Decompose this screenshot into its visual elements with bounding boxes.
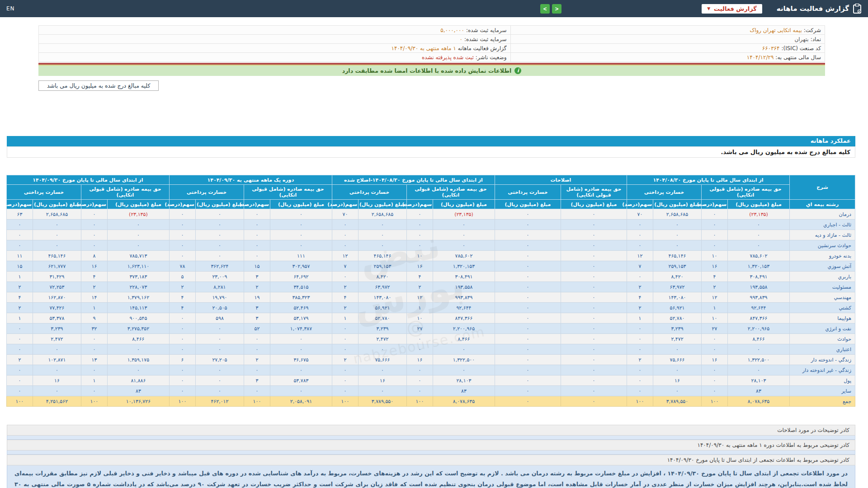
value-cell: ۰ xyxy=(358,230,406,240)
value-cell: ۰ xyxy=(653,240,702,251)
value-cell: ۰ xyxy=(358,240,406,251)
value-cell: ۰ xyxy=(270,365,332,375)
row-label: جمع xyxy=(790,396,855,407)
info-cell: سال مالی منتهی به:۱۴۰۴/۱۲/۲۹ xyxy=(510,53,825,62)
value-cell: ۳ xyxy=(244,303,270,313)
value-cell: ۳ xyxy=(244,375,270,386)
value-cell: ۰ xyxy=(702,230,728,240)
info-label: نماد: xyxy=(811,36,821,42)
value-cell: ۰ xyxy=(81,365,107,375)
value-cell: ۰ xyxy=(195,251,244,261)
value-cell: ۰ xyxy=(332,386,358,396)
value-cell: ۰ xyxy=(169,334,195,344)
section-units-note: کلیه مبالغ درج شده به میلیون ریال می باش… xyxy=(7,146,855,158)
next-report-button[interactable]: > xyxy=(540,4,550,14)
value-cell: ۰ xyxy=(332,220,358,230)
value-cell: ۸۴۷,۳۶۶ xyxy=(433,313,495,324)
value-cell: ۷۷,۴۲۶ xyxy=(33,303,81,313)
row-label: زندگي - غیر اندوخته دار xyxy=(790,365,855,375)
value-cell: ۱۰۲,۸۷۱ xyxy=(33,355,81,365)
value-cell: ۰ xyxy=(270,209,332,220)
performance-table-wrap: نبض بورس @ nabzebourse.com شرحاز ابتدای … xyxy=(7,175,855,407)
value-cell: ۴۶۲,۰۱۲ xyxy=(195,396,244,407)
value-cell: ۰ xyxy=(561,251,627,261)
table-row: زندگي - اندوخته دار۱,۳۲۲,۵۰۰۱۶۷۵,۶۶۶۲۰۰۱… xyxy=(6,355,855,365)
value-cell: ۰ xyxy=(495,292,561,303)
table-row: سایر۸۳۰۰۰۰۰۸۳۰۰۰۰۰۰۰۸۳۰۰۰ xyxy=(6,386,855,396)
value-cell: ۰ xyxy=(195,375,244,386)
value-cell: ۰ xyxy=(702,365,728,375)
value-cell: ۰ xyxy=(561,282,627,292)
info-label: سرمایه ثبت نشده: xyxy=(464,36,507,42)
row-label: آتش سوزي xyxy=(790,261,855,272)
row-label: سایر xyxy=(790,386,855,396)
value-cell: ۱۲ xyxy=(702,292,728,303)
prev-report-button[interactable]: < xyxy=(552,4,561,14)
value-cell: ۱۲ xyxy=(406,292,433,303)
info-label: سال مالی منتهی به: xyxy=(775,54,821,61)
value-cell: ۳۰۲,۹۵۷ xyxy=(270,261,332,272)
column-header: مبلغ (میلیون ریال) xyxy=(728,200,790,209)
value-cell: ۰ xyxy=(6,344,33,355)
info-value: بتهران xyxy=(794,36,808,42)
value-cell: ۴ xyxy=(81,272,107,282)
row-label: پول xyxy=(790,375,855,386)
value-cell: ۰ xyxy=(561,355,627,365)
value-cell: ۲,۴۷۲ xyxy=(33,334,81,344)
value-cell: ۳۴,۵۱۵ xyxy=(270,282,332,292)
value-cell: ۰ xyxy=(6,365,33,375)
value-cell: ۱۹۳,۵۵۸ xyxy=(433,282,495,292)
table-row: هواپیما۸۴۷,۳۶۶۱۰۵۲,۷۸۰۱۰۰۸۴۷,۳۶۶۱۰۵۲,۷۸۰… xyxy=(6,313,855,324)
value-cell: ۴,۲۵۱,۵۶۲ xyxy=(33,396,81,407)
value-cell: ۰ xyxy=(495,355,561,365)
value-cell: ۴۶۵,۱۴۶ xyxy=(358,251,406,261)
value-cell: ۰ xyxy=(406,230,433,240)
value-cell: ۰ xyxy=(169,375,195,386)
value-cell: ۰ xyxy=(406,365,433,375)
column-header: مبلغ (میلیون ریال) xyxy=(653,200,702,209)
info-cell: سرمایه ثبت شده:۵,۰۰۰,۰۰۰ xyxy=(39,26,511,35)
value-cell: ۰ xyxy=(81,220,107,230)
info-row: سال مالی منتهی به:۱۴۰۴/۱۲/۲۹وضعیت ناشر:ث… xyxy=(39,53,825,62)
value-cell: ۸,۴۲۰ xyxy=(358,272,406,282)
value-cell: ۰ xyxy=(169,240,195,251)
value-cell: ۰ xyxy=(653,220,702,230)
value-cell: ۰ xyxy=(728,240,790,251)
units-note-text: کلیه مبالغ درج شده به میلیون ریال می باش… xyxy=(38,80,159,91)
value-cell: ۰ xyxy=(702,220,728,230)
value-cell: ۲ xyxy=(627,282,653,292)
value-cell: ۲,۶۵۸,۶۸۵ xyxy=(33,209,81,220)
column-header: سهم(درصد) xyxy=(244,200,270,209)
value-cell: ۰ xyxy=(244,240,270,251)
value-cell: ۰ xyxy=(495,220,561,230)
value-cell: ۰ xyxy=(561,261,627,272)
value-cell: ۱۰ xyxy=(406,251,433,261)
row-label: باربري xyxy=(790,272,855,282)
table-row: بدنه خودرو۷۸۵,۶۰۲۱۰۴۶۵,۱۴۶۱۲۰۰۷۸۵,۶۰۲۱۰۴… xyxy=(6,251,855,261)
value-cell: ۹۰۰,۵۴۵ xyxy=(107,313,169,324)
table-row: باربري۳۰۸,۴۹۱۴۸,۴۲۰۰۰۰۳۰۸,۴۹۱۴۸,۴۲۰۰۶۴,۶… xyxy=(6,272,855,282)
value-cell: ۰ xyxy=(406,240,433,251)
value-cell: ۳,۲۳۹ xyxy=(358,324,406,334)
value-cell: ۲۷,۲۰۵ xyxy=(195,355,244,365)
value-cell: ۳ xyxy=(244,272,270,282)
table-row: مسئولیت۱۹۳,۵۵۸۲۶۳,۹۷۲۲۰۰۱۹۳,۵۵۸۲۶۳,۹۷۲۲۳… xyxy=(6,282,855,292)
row-label: هواپیما xyxy=(790,313,855,324)
value-cell: ۱۴ xyxy=(81,292,107,303)
value-cell: ۰ xyxy=(33,220,81,230)
premium-subheader: حق بیمه صادره (شامل قبولی اتکایی) xyxy=(406,185,495,200)
table-row: کشتي۹۲,۶۴۴۱۵۶,۹۲۱۲۰۰۹۲,۶۴۴۱۵۶,۹۲۱۲۵۲,۴۶۹… xyxy=(6,303,855,313)
value-cell: ۲,۶۵۸,۶۸۵ xyxy=(653,209,702,220)
value-cell: ۲,۶۵۸,۶۸۵ xyxy=(358,209,406,220)
performance-table: شرحاز ابتدای سال مالی تا پایان مورخ ۱۴۰۴… xyxy=(6,175,855,407)
value-cell: ۱۶۲,۸۷۰ xyxy=(33,292,81,303)
report-type-dropdown[interactable]: گزارش فعالیت ▼ xyxy=(702,4,762,14)
value-cell: ۱,۳۲۰,۱۵۳ xyxy=(433,261,495,272)
value-cell: ۱۲ xyxy=(627,251,653,261)
value-cell: ۱ xyxy=(6,272,33,282)
value-cell: ۲,۲۰۰,۹۶۵ xyxy=(433,324,495,334)
language-toggle[interactable]: EN xyxy=(6,5,15,12)
value-cell: ۱,۳۷۹,۱۶۲ xyxy=(107,292,169,303)
value-cell: ۲,۰۵۸,۰۹۱ xyxy=(270,396,332,407)
value-cell: ۷ xyxy=(332,261,358,272)
